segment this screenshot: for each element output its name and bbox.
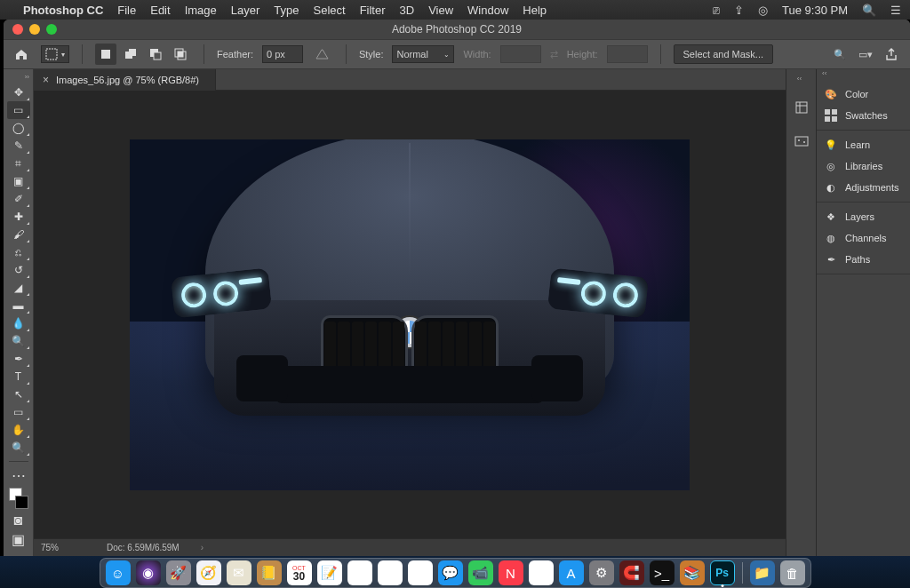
frame-tool[interactable]: ▣ <box>7 172 30 190</box>
zoom-level[interactable]: 75% <box>34 543 91 552</box>
menu-view[interactable]: View <box>428 4 453 17</box>
menu-help[interactable]: Help <box>523 4 547 17</box>
menu-edit[interactable]: Edit <box>150 4 170 17</box>
pen-tool[interactable]: ✒ <box>7 350 30 368</box>
panel-libraries[interactable]: ◎Libraries <box>817 155 910 177</box>
dock-maps[interactable]: 🗺 <box>378 560 403 585</box>
brush-tool[interactable]: 🖌 <box>7 226 30 243</box>
lasso-tool[interactable]: ◯ <box>7 119 30 137</box>
dock-mail[interactable]: ✉ <box>227 560 251 585</box>
dock-news[interactable]: N <box>499 560 523 585</box>
rectangular-marquee-tool[interactable]: ▭ <box>7 101 30 119</box>
menu-3d[interactable]: 3D <box>400 4 415 17</box>
search-icon[interactable]: 🔍 <box>834 49 846 60</box>
selection-intersect-button[interactable] <box>170 44 191 65</box>
dock-terminal[interactable]: >_ <box>650 560 675 585</box>
window-zoom-button[interactable] <box>46 24 57 35</box>
menu-file[interactable]: File <box>117 4 136 17</box>
status-chevron-icon[interactable]: › <box>201 543 204 552</box>
gradient-tool[interactable]: ▬ <box>7 297 30 314</box>
tool-preset[interactable]: ▾ <box>41 45 69 63</box>
dock-contacts[interactable]: 📒 <box>257 560 282 585</box>
dock-launchpad[interactable]: 🚀 <box>166 560 191 585</box>
crop-tool[interactable]: ⌗ <box>7 155 30 172</box>
control-center-icon[interactable]: ☰ <box>890 4 901 17</box>
panel-layers[interactable]: ❖Layers <box>817 206 910 227</box>
quick-mask-button[interactable]: ◙ <box>7 513 30 528</box>
doc-info[interactable]: Doc: 6.59M/6.59M <box>91 543 180 552</box>
spotlight-icon[interactable]: 🔍 <box>862 4 876 17</box>
antialias-checkbox[interactable] <box>312 44 333 65</box>
rectangle-tool[interactable]: ▭ <box>7 403 30 421</box>
dock-safari[interactable]: 🧭 <box>196 560 221 585</box>
menu-layer[interactable]: Layer <box>231 4 260 17</box>
hand-tool[interactable]: ✋ <box>7 421 30 439</box>
menu-select[interactable]: Select <box>313 4 345 17</box>
dock-downloads[interactable]: 📁 <box>750 560 775 585</box>
foreground-background-color[interactable] <box>7 486 30 511</box>
menu-image[interactable]: Image <box>185 4 217 17</box>
dock-appstore[interactable]: A <box>559 560 584 585</box>
dock-photos[interactable]: ❃ <box>408 560 433 585</box>
dock-photoshop[interactable]: Ps <box>710 560 735 585</box>
expand-dock-button[interactable]: ‹‹ <box>817 69 910 80</box>
selection-new-button[interactable] <box>95 44 116 65</box>
style-select[interactable]: Normal ⌄ <box>392 45 454 63</box>
dock-preferences[interactable]: ⚙ <box>589 560 614 585</box>
dock-itunes[interactable]: ♪ <box>529 560 554 585</box>
collapse-toolbar-button[interactable]: ›› <box>4 73 33 82</box>
selection-subtract-button[interactable] <box>145 44 166 65</box>
creative-cloud-icon[interactable]: ◎ <box>758 4 768 17</box>
screen-mode-button[interactable]: ▣ <box>7 530 30 548</box>
menu-filter[interactable]: Filter <box>360 4 386 17</box>
app-menu[interactable]: Photoshop CC <box>23 4 103 17</box>
zoom-tool[interactable]: 🔍 <box>7 439 30 457</box>
dodge-tool[interactable]: 🔍 <box>7 332 30 350</box>
panel-paths[interactable]: ✒Paths <box>817 249 910 270</box>
edit-toolbar-button[interactable]: ⋯ <box>7 466 30 484</box>
dock-trash[interactable]: 🗑 <box>780 560 805 585</box>
menu-window[interactable]: Window <box>467 4 508 17</box>
quick-selection-tool[interactable]: ✎ <box>7 137 30 155</box>
panel-adjustments[interactable]: ◐Adjustments <box>817 177 910 198</box>
dock-notes[interactable]: 📝 <box>317 560 342 585</box>
dock-messages[interactable]: 💬 <box>438 560 463 585</box>
feather-input[interactable] <box>262 45 303 63</box>
history-brush-tool[interactable]: ↺ <box>7 261 30 279</box>
panel-swatches[interactable]: Swatches <box>817 105 910 126</box>
select-and-mask-button[interactable]: Select and Mask... <box>674 44 774 64</box>
menu-type[interactable]: Type <box>274 4 299 17</box>
airplay-icon[interactable]: ⎚ <box>713 4 720 17</box>
eyedropper-tool[interactable]: ✐ <box>7 190 30 208</box>
window-close-button[interactable] <box>12 24 23 35</box>
move-tool[interactable]: ✥ <box>7 83 30 101</box>
panel-channels[interactable]: ◍Channels <box>817 227 910 249</box>
dock-finder[interactable]: ☺ <box>106 560 131 585</box>
wifi-icon[interactable]: ⇪ <box>734 4 744 17</box>
dock-magnet[interactable]: 🧲 <box>619 560 644 585</box>
dock-facetime[interactable]: 📹 <box>468 560 493 585</box>
share-icon[interactable] <box>885 48 898 60</box>
dock-reminders[interactable]: ☑ <box>347 560 372 585</box>
document-tab[interactable]: × Images_56.jpg @ 75% (RGB/8#) <box>34 69 216 91</box>
panel-color[interactable]: 🎨Color <box>817 83 910 105</box>
window-minimize-button[interactable] <box>29 24 40 35</box>
selection-add-button[interactable] <box>120 44 141 65</box>
spot-healing-tool[interactable]: ✚ <box>7 208 30 226</box>
clone-stamp-tool[interactable]: ⎌ <box>7 243 30 261</box>
panel-learn[interactable]: 💡Learn <box>817 134 910 155</box>
document-canvas[interactable] <box>130 139 690 490</box>
properties-panel-icon[interactable] <box>792 131 811 151</box>
expand-strip-button[interactable]: ‹‹ <box>786 75 816 83</box>
type-tool[interactable]: T <box>7 368 30 385</box>
menubar-clock[interactable]: Tue 9:30 PM <box>782 4 848 17</box>
workspace-icon[interactable]: ▭▾ <box>858 49 873 60</box>
history-panel-icon[interactable] <box>792 98 811 117</box>
eraser-tool[interactable]: ◢ <box>7 279 30 297</box>
close-tab-icon[interactable]: × <box>43 74 49 86</box>
dock-books[interactable]: 📚 <box>680 560 705 585</box>
dock-calendar[interactable]: OCT30 <box>287 560 312 585</box>
dock-siri[interactable]: ◉ <box>136 560 161 585</box>
home-button[interactable] <box>11 44 32 65</box>
canvas-area[interactable] <box>34 91 786 538</box>
